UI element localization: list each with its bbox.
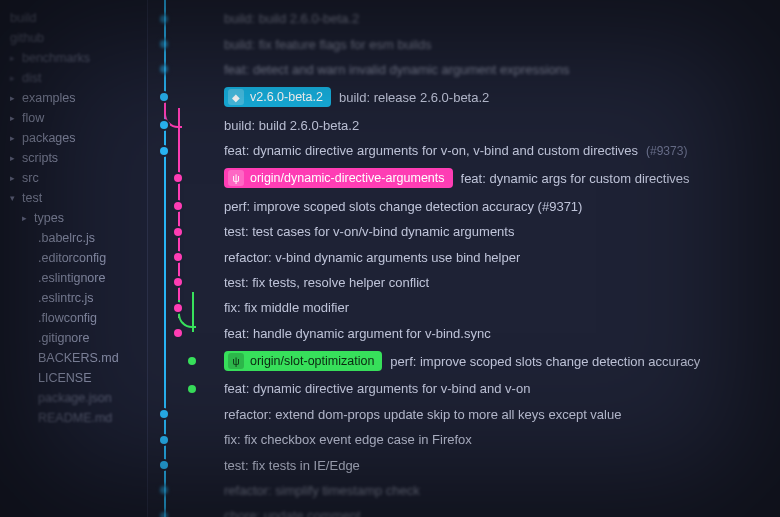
tree-item-label: test	[22, 191, 42, 205]
chevron-icon: ▸	[10, 113, 18, 123]
commit-dot-icon	[160, 65, 168, 73]
commit-dot-icon	[160, 461, 168, 469]
commit-row[interactable]: ψorigin/slot-optimizationperf: improve s…	[224, 346, 780, 376]
tree-item[interactable]: build	[10, 8, 147, 28]
tree-item-label: package.json	[38, 391, 112, 405]
commit-message: test: test cases for v-on/v-bind dynamic…	[224, 224, 514, 239]
tree-item[interactable]: .flowconfig	[10, 308, 147, 328]
chevron-icon: ▸	[22, 213, 30, 223]
commit-row[interactable]: build: build 2.6.0-beta.2	[224, 113, 780, 138]
commit-row[interactable]: feat: dynamic directive arguments for v-…	[224, 138, 780, 163]
branch-badge[interactable]: ψorigin/slot-optimization	[224, 351, 382, 371]
branch-icon: ψ	[228, 170, 244, 186]
tree-item-label: .editorconfig	[38, 251, 106, 265]
commit-row[interactable]: test: fix tests, resolve helper conflict	[224, 270, 780, 295]
commit-dot-icon	[174, 202, 182, 210]
badge-label: v2.6.0-beta.2	[250, 90, 323, 104]
commit-row[interactable]: refactor: extend dom-props update skip t…	[224, 402, 780, 427]
tree-item-label: .babelrc.js	[38, 231, 95, 245]
commit-list: build: build 2.6.0-beta.2build: fix feat…	[156, 6, 780, 517]
commit-row[interactable]: ψorigin/dynamic-directive-argumentsfeat:…	[224, 163, 780, 193]
commit-row[interactable]: fix: fix checkbox event edge case in Fir…	[224, 427, 780, 452]
commit-dot-icon	[160, 512, 168, 517]
tree-item[interactable]: ▸scripts	[10, 148, 147, 168]
commit-message: refactor: v-bind dynamic arguments use b…	[224, 250, 520, 265]
tree-item[interactable]: README.md	[10, 408, 147, 428]
tag-badge[interactable]: ◆v2.6.0-beta.2	[224, 87, 331, 107]
app-root: buildgithub▸benchmarks▸dist▸examples▸flo…	[0, 0, 780, 517]
chevron-icon: ▾	[10, 193, 18, 203]
tree-item-label: BACKERS.md	[38, 351, 119, 365]
tree-item-label: src	[22, 171, 39, 185]
commit-dot-icon	[160, 147, 168, 155]
commit-message: fix: fix checkbox event edge case in Fir…	[224, 432, 472, 447]
commit-message: refactor: simplify timestamp check	[224, 483, 420, 498]
tree-item-label: README.md	[38, 411, 112, 425]
commit-row[interactable]: build: build 2.6.0-beta.2	[224, 6, 780, 31]
commit-row[interactable]: fix: fix middle modifier	[224, 295, 780, 320]
tree-item-label: benchmarks	[22, 51, 90, 65]
tree-item[interactable]: package.json	[10, 388, 147, 408]
commit-row[interactable]: refactor: v-bind dynamic arguments use b…	[224, 244, 780, 269]
commit-dot-icon	[188, 357, 196, 365]
commit-row[interactable]: test: fix tests in IE/Edge	[224, 452, 780, 477]
tree-item-label: dist	[22, 71, 41, 85]
commit-ref: (#9373)	[646, 144, 687, 158]
tree-item-label: build	[10, 11, 36, 25]
chevron-icon: ▸	[10, 153, 18, 163]
tree-item[interactable]: ▸packages	[10, 128, 147, 148]
tree-item[interactable]: .eslintrc.js	[10, 288, 147, 308]
commit-row[interactable]: feat: dynamic directive arguments for v-…	[224, 376, 780, 401]
commit-message: refactor: extend dom-props update skip t…	[224, 407, 621, 422]
tree-item[interactable]: ▸types	[10, 208, 147, 228]
commit-dot-icon	[160, 436, 168, 444]
tree-item[interactable]: .eslintignore	[10, 268, 147, 288]
commit-dot-icon	[174, 304, 182, 312]
commit-row[interactable]: test: test cases for v-on/v-bind dynamic…	[224, 219, 780, 244]
tree-item[interactable]: .gitignore	[10, 328, 147, 348]
chevron-icon: ▸	[10, 93, 18, 103]
tree-item[interactable]: ▸flow	[10, 108, 147, 128]
commit-row[interactable]: ◆v2.6.0-beta.2build: release 2.6.0-beta.…	[224, 82, 780, 112]
commit-dot-icon	[160, 15, 168, 23]
chevron-icon: ▸	[10, 133, 18, 143]
commit-message: build: fix feature flags for esm builds	[224, 37, 431, 52]
commit-row[interactable]: feat: handle dynamic argument for v-bind…	[224, 321, 780, 346]
branch-badge[interactable]: ψorigin/dynamic-directive-arguments	[224, 168, 453, 188]
commit-row[interactable]: feat: detect and warn invalid dynamic ar…	[224, 57, 780, 82]
badge-label: origin/dynamic-directive-arguments	[250, 171, 445, 185]
commit-dot-icon	[174, 278, 182, 286]
commit-message: feat: dynamic args for custom directives	[461, 171, 690, 186]
tree-item[interactable]: github	[10, 28, 147, 48]
commit-dot-icon	[188, 385, 196, 393]
tree-item-label: types	[34, 211, 64, 225]
commit-row[interactable]: refactor: simplify timestamp check	[224, 478, 780, 503]
commit-dot-icon	[174, 329, 182, 337]
tag-icon: ◆	[228, 89, 244, 105]
commit-message: feat: handle dynamic argument for v-bind…	[224, 326, 491, 341]
tree-item[interactable]: ▸dist	[10, 68, 147, 88]
tree-item-label: .gitignore	[38, 331, 89, 345]
tree-item[interactable]: .editorconfig	[10, 248, 147, 268]
commit-message: perf: improve scoped slots change detect…	[224, 199, 582, 214]
tree-item[interactable]: ▸src	[10, 168, 147, 188]
tree-item-label: LICENSE	[38, 371, 92, 385]
chevron-icon: ▸	[10, 73, 18, 83]
commit-message: feat: dynamic directive arguments for v-…	[224, 143, 638, 158]
commit-dot-icon	[160, 40, 168, 48]
tree-item[interactable]: LICENSE	[10, 368, 147, 388]
file-tree-sidebar[interactable]: buildgithub▸benchmarks▸dist▸examples▸flo…	[0, 0, 148, 517]
tree-item[interactable]: ▸benchmarks	[10, 48, 147, 68]
commit-message: build: build 2.6.0-beta.2	[224, 11, 359, 26]
commit-message: build: release 2.6.0-beta.2	[339, 90, 489, 105]
commit-row[interactable]: perf: improve scoped slots change detect…	[224, 194, 780, 219]
commit-graph-panel[interactable]: build: build 2.6.0-beta.2build: fix feat…	[148, 0, 780, 517]
tree-item[interactable]: ▾test	[10, 188, 147, 208]
tree-item[interactable]: ▸examples	[10, 88, 147, 108]
commit-dot-icon	[160, 486, 168, 494]
tree-item[interactable]: .babelrc.js	[10, 228, 147, 248]
badge-label: origin/slot-optimization	[250, 354, 374, 368]
commit-row[interactable]: chore: update comment	[224, 503, 780, 517]
tree-item[interactable]: BACKERS.md	[10, 348, 147, 368]
commit-row[interactable]: build: fix feature flags for esm builds	[224, 31, 780, 56]
